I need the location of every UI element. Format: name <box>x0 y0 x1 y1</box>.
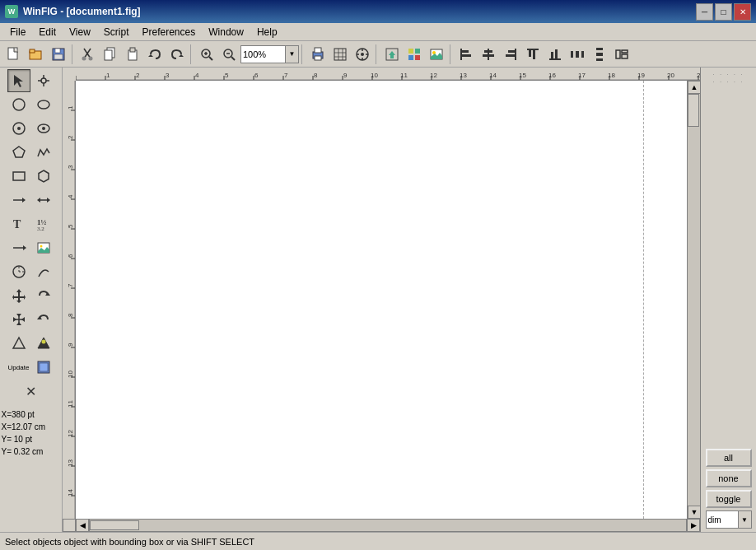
scroll-left-button[interactable]: ◀ <box>76 519 89 532</box>
align-b-button[interactable] <box>544 44 566 65</box>
svg-marker-109 <box>13 338 25 348</box>
menu-view[interactable]: View <box>63 25 97 40</box>
text-size-tool[interactable]: 1½3.2 <box>32 212 55 235</box>
menu-edit[interactable]: Edit <box>32 25 63 40</box>
text-tool[interactable]: T <box>7 212 30 235</box>
move-tool[interactable] <box>7 284 30 307</box>
svg-rect-67 <box>616 50 620 58</box>
vertical-scrollbar[interactable]: ▲ ▼ <box>687 81 700 519</box>
box-tool[interactable] <box>7 165 30 188</box>
poly-open-tool[interactable] <box>32 141 55 164</box>
move-point-tool[interactable] <box>32 69 55 92</box>
extra-button[interactable] <box>611 44 632 65</box>
maximize-button[interactable]: □ <box>715 3 732 21</box>
toggle-button[interactable]: toggle <box>706 490 752 508</box>
svg-rect-26 <box>334 49 346 60</box>
menu-file[interactable]: File <box>3 25 32 40</box>
dim-combo[interactable]: dim <box>706 510 739 529</box>
sep1 <box>72 44 75 64</box>
export-button[interactable] <box>381 44 403 65</box>
ellipse-tool[interactable] <box>32 93 55 116</box>
paste-button[interactable] <box>122 44 143 65</box>
snap-button[interactable] <box>352 44 373 65</box>
dist-v-button[interactable] <box>589 44 610 65</box>
rotate-tool[interactable] <box>32 284 55 307</box>
library-tool[interactable] <box>32 356 55 379</box>
minimize-button[interactable]: ─ <box>696 3 713 21</box>
svg-text:3: 3 <box>166 72 170 79</box>
open-button[interactable] <box>26 44 47 65</box>
circle-r-tool[interactable] <box>7 117 30 140</box>
close-button[interactable]: ✕ <box>734 3 751 21</box>
ellipse-r-tool[interactable] <box>32 117 55 140</box>
svg-rect-56 <box>529 49 531 57</box>
menu-window[interactable]: Window <box>202 25 250 40</box>
svg-point-32 <box>361 53 364 56</box>
svg-rect-4 <box>55 49 60 53</box>
pic-button[interactable] <box>426 44 447 65</box>
menu-script[interactable]: Script <box>97 25 136 40</box>
poly-closed-tool[interactable] <box>7 141 30 164</box>
undo-button[interactable] <box>144 44 166 65</box>
zoom-in-button[interactable] <box>196 44 217 65</box>
grid-button[interactable] <box>329 44 351 65</box>
align-t-button[interactable] <box>522 44 544 65</box>
none-button[interactable]: none <box>706 469 752 487</box>
svg-rect-0 <box>8 48 17 59</box>
cut-button[interactable] <box>77 44 99 65</box>
svg-rect-62 <box>576 51 579 58</box>
scroll-up-button[interactable]: ▲ <box>688 81 700 94</box>
measure-tool[interactable] <box>32 332 55 355</box>
hscroll-thumb[interactable] <box>90 520 139 530</box>
svg-text:10: 10 <box>67 371 74 378</box>
svg-marker-38 <box>389 51 395 55</box>
new-button[interactable] <box>3 44 25 65</box>
select-tool[interactable] <box>7 69 30 92</box>
circle-tool[interactable] <box>7 93 30 116</box>
triangle-tool[interactable] <box>7 332 30 355</box>
svg-text:21: 21 <box>697 72 700 79</box>
dist-h-button[interactable] <box>567 44 588 65</box>
align-l-button[interactable] <box>455 44 477 65</box>
import-button[interactable] <box>404 44 425 65</box>
svg-text:16: 16 <box>548 72 556 79</box>
menu-help[interactable]: Help <box>250 25 284 40</box>
delete-tool[interactable]: ✕ <box>20 380 43 403</box>
scale-tool[interactable] <box>7 308 30 331</box>
scroll-right-button[interactable]: ▶ <box>687 519 700 532</box>
svg-text:2: 2 <box>136 72 140 79</box>
copy-button[interactable] <box>100 44 121 65</box>
circle-arc-tool[interactable] <box>7 260 30 283</box>
align-r-button[interactable] <box>500 44 521 65</box>
zoom-combo[interactable]: 100% ▼ <box>240 45 299 63</box>
image-tool[interactable] <box>32 236 55 259</box>
svg-text:15: 15 <box>519 72 526 79</box>
zoom-input[interactable]: 100% <box>240 45 286 63</box>
svg-rect-54 <box>506 54 516 57</box>
svg-rect-65 <box>596 53 603 56</box>
svg-marker-104 <box>21 317 25 322</box>
align-c-button[interactable] <box>478 44 499 65</box>
all-button[interactable]: all <box>706 449 752 467</box>
rotate2-tool[interactable] <box>32 308 55 331</box>
arrow-tool[interactable] <box>7 189 30 212</box>
scroll-down-button[interactable]: ▼ <box>688 506 700 519</box>
dim-combo-arrow[interactable]: ▼ <box>739 510 752 529</box>
double-arrow-tool[interactable] <box>32 189 55 212</box>
left-toolbar: T 1½3.2 <box>0 68 63 532</box>
drawing-canvas[interactable] <box>76 81 687 519</box>
svg-marker-15 <box>179 54 184 57</box>
zoom-out-button[interactable] <box>218 44 240 65</box>
update-tool[interactable]: Update <box>7 356 30 379</box>
save-button[interactable] <box>48 44 69 65</box>
horizontal-scrollbar[interactable] <box>89 519 687 532</box>
line-tool[interactable] <box>7 236 30 259</box>
scroll-thumb[interactable] <box>688 94 699 127</box>
menu-preferences[interactable]: Preferences <box>136 25 203 40</box>
arc-tool[interactable] <box>32 260 55 283</box>
print-button[interactable] <box>307 44 329 65</box>
redo-button[interactable] <box>166 44 188 65</box>
zoom-arrow[interactable]: ▼ <box>286 45 299 63</box>
tool-row-12 <box>7 332 55 355</box>
hexagon-tool[interactable] <box>32 165 55 188</box>
